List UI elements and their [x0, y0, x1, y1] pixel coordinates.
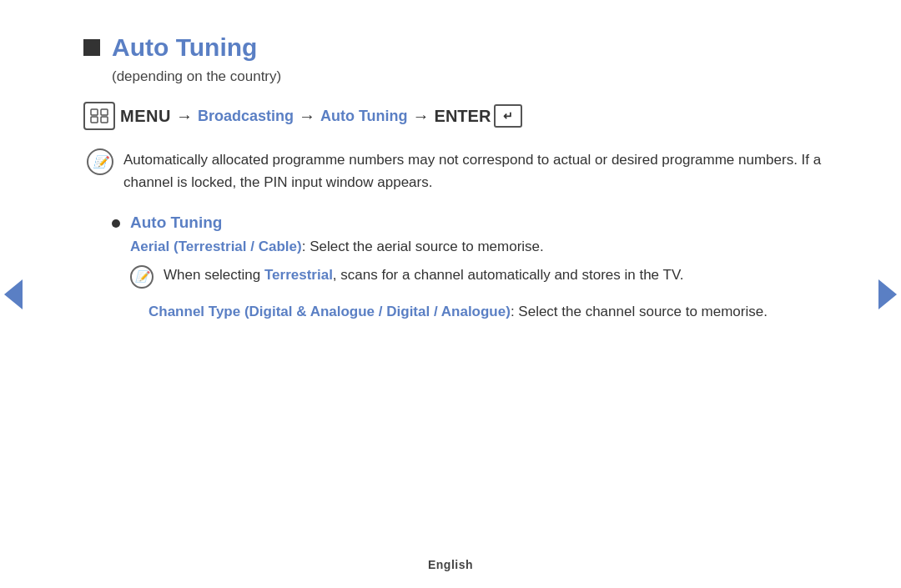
channel-type-colon: : Select the channel source to memorise. — [511, 304, 768, 319]
menu-label: MENU — [120, 107, 171, 126]
sub-note-block: 📝 When selecting Terrestrial, scans for … — [130, 264, 834, 289]
title-row: Auto Tuning — [83, 33, 834, 62]
menu-arrow-3: → — [413, 107, 430, 126]
sub-note-text: When selecting Terrestrial, scans for a … — [164, 264, 683, 286]
bullet-dot — [112, 219, 120, 228]
enter-text: ENTER — [435, 107, 491, 126]
bullet-item-auto-tuning: Auto Tuning — [112, 214, 834, 232]
page-wrapper: Auto Tuning (depending on the country) M… — [0, 0, 901, 588]
aerial-line: Aerial (Terrestrial / Cable): Select the… — [130, 239, 834, 255]
terrestrial-text: Terrestrial — [179, 239, 247, 254]
note-icon: 📝 — [87, 148, 113, 175]
digital-analogue-text: Digital & Analogue — [249, 304, 375, 319]
menu-icon — [83, 102, 115, 130]
subtitle: (depending on the country) — [112, 68, 834, 85]
enter-icon: ↵ — [494, 104, 522, 128]
auto-tuning-link: Auto Tuning — [320, 108, 408, 125]
menu-arrow-1: → — [176, 107, 193, 126]
svg-rect-3 — [101, 117, 108, 123]
channel-type-line: Channel Type (Digital & Analogue / Digit… — [148, 300, 834, 323]
menu-arrow-2: → — [299, 107, 315, 126]
digital-text: Digital — [386, 304, 430, 319]
arrow-right-button[interactable] — [874, 274, 901, 315]
aerial-colon: : Select the aerial source to memorise. — [302, 239, 544, 254]
sub-note-icon: 📝 — [130, 265, 154, 289]
page-title: Auto Tuning — [112, 33, 257, 62]
sub-note-terrestrial: Terrestrial — [264, 267, 333, 283]
arrow-left-button[interactable] — [0, 274, 27, 315]
aerial-label: Aerial (Terrestrial / Cable) — [130, 239, 302, 254]
footer-language: English — [428, 558, 473, 571]
bullet-title: Auto Tuning — [130, 214, 222, 232]
svg-rect-1 — [101, 109, 108, 115]
menu-path-row: MENU → Broadcasting → Auto Tuning → ENTE… — [83, 102, 834, 130]
main-content: Auto Tuning (depending on the country) M… — [83, 33, 834, 324]
svg-rect-2 — [91, 117, 98, 123]
note-text: Automatically allocated programme number… — [123, 148, 834, 193]
analogue-text: Analogue — [441, 304, 506, 319]
title-square-icon — [83, 39, 100, 56]
bullet-section: Auto Tuning Aerial (Terrestrial / Cable)… — [112, 214, 834, 323]
channel-type-label: Channel Type (Digital & Analogue / Digit… — [148, 304, 511, 319]
bullet-content: Aerial (Terrestrial / Cable): Select the… — [130, 239, 834, 323]
svg-rect-0 — [91, 109, 98, 115]
note-block: 📝 Automatically allocated programme numb… — [87, 148, 834, 193]
cable-text: Cable — [259, 239, 297, 254]
enter-label: ENTER↵ — [435, 104, 523, 128]
broadcasting-link: Broadcasting — [198, 108, 294, 125]
